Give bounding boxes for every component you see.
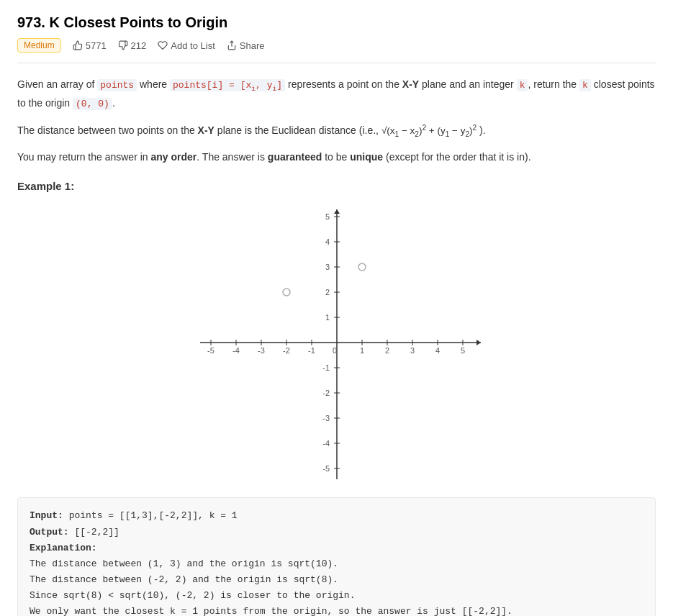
- meta-row: Medium 5771 212 Add to List Share: [17, 38, 656, 63]
- coordinate-chart: -5 -4 -3 -2 -1 0 1 2 3 4 5 5 4: [186, 202, 488, 483]
- formula: √(x1 − x2)2 + (y1 − y2)2: [381, 125, 479, 136]
- svg-text:-4: -4: [322, 439, 330, 448]
- difficulty-badge: Medium: [17, 38, 61, 53]
- svg-text:0: 0: [332, 346, 336, 355]
- output-label: Output:: [30, 527, 69, 538]
- input-value: points = [[1,3],[-2,2]], k = 1: [69, 510, 238, 521]
- share-label: Share: [240, 40, 265, 51]
- svg-text:4: 4: [435, 346, 439, 355]
- svg-text:1: 1: [359, 346, 363, 355]
- xy-bold-2: X-Y: [198, 124, 214, 136]
- svg-text:-5: -5: [207, 346, 214, 355]
- svg-text:3: 3: [325, 263, 329, 271]
- k-return-code: k: [579, 79, 591, 91]
- example-title: Example 1:: [17, 180, 656, 192]
- svg-text:-3: -3: [258, 346, 265, 355]
- origin-code: (0, 0): [73, 98, 112, 110]
- svg-text:4: 4: [325, 237, 329, 246]
- thumbs-up-icon: [73, 40, 83, 50]
- guaranteed-bold: guaranteed: [268, 151, 322, 163]
- svg-text:-5: -5: [322, 464, 330, 473]
- add-to-list-button[interactable]: Add to List: [158, 40, 214, 51]
- input-label: Input:: [30, 510, 63, 521]
- unique-bold: unique: [350, 151, 383, 163]
- intro-text-1: Given an array of: [17, 78, 94, 90]
- upvotes-count: 5771: [86, 40, 107, 51]
- points-i-code: points[i] = [xi, yi]: [170, 79, 285, 91]
- svg-text:5: 5: [460, 346, 464, 355]
- thumbs-down-icon: [118, 40, 128, 50]
- points-code: points: [97, 79, 137, 91]
- output-line: Output: [[-2,2]]: [30, 525, 643, 540]
- svg-text:2: 2: [384, 346, 389, 355]
- intro-paragraph: Given an array of points where points[i]…: [17, 76, 656, 112]
- svg-text:-4: -4: [232, 346, 240, 355]
- chart-svg: -5 -4 -3 -2 -1 0 1 2 3 4 5 5 4: [186, 202, 488, 483]
- distance-paragraph: The distance between two points on the X…: [17, 121, 656, 140]
- svg-text:-1: -1: [308, 346, 315, 355]
- explanation-text: The distance between (1, 3) and the orig…: [30, 556, 643, 616]
- add-to-list-label: Add to List: [171, 40, 214, 51]
- downvotes-count: 212: [131, 40, 147, 51]
- explanation-line-3: Since sqrt(8) < sqrt(10), (-2, 2) is clo…: [30, 588, 643, 604]
- explanation-line: Explanation:: [30, 540, 643, 556]
- svg-text:1: 1: [325, 313, 329, 322]
- problem-title: 973. K Closest Points to Origin: [17, 14, 656, 31]
- heart-icon: [158, 40, 168, 50]
- share-button[interactable]: Share: [227, 40, 265, 51]
- example-code-block: Input: points = [[1,3],[-2,2]], k = 1 Ou…: [17, 497, 656, 616]
- explanation-line-4: We only want the closest k = 1 points fr…: [30, 604, 643, 616]
- downvotes-item: 212: [118, 40, 147, 51]
- any-order-bold: any order: [150, 151, 197, 163]
- svg-text:-1: -1: [322, 363, 330, 372]
- explanation-line-2: The distance between (-2, 2) and the ori…: [30, 572, 643, 588]
- point-minus2-2: [283, 289, 290, 296]
- svg-text:-2: -2: [283, 346, 290, 355]
- svg-text:2: 2: [325, 288, 329, 296]
- input-line: Input: points = [[1,3],[-2,2]], k = 1: [30, 508, 643, 524]
- svg-marker-4: [334, 209, 340, 214]
- k-code: k: [517, 79, 528, 91]
- xy-bold: X-Y: [402, 78, 419, 90]
- problem-description: Given an array of points where points[i]…: [17, 76, 656, 166]
- upvotes-item: 5771: [73, 40, 107, 51]
- svg-text:5: 5: [325, 212, 329, 221]
- explanation-label: Explanation:: [30, 543, 97, 553]
- svg-text:-2: -2: [322, 389, 330, 397]
- svg-text:-3: -3: [322, 414, 330, 422]
- share-icon: [227, 40, 237, 50]
- explanation-line-1: The distance between (1, 3) and the orig…: [30, 556, 643, 572]
- point-1-3: [358, 263, 366, 271]
- svg-marker-3: [476, 340, 481, 345]
- svg-text:3: 3: [410, 346, 414, 355]
- output-value: [[-2,2]]: [74, 527, 119, 538]
- answer-paragraph: You may return the answer in any order. …: [17, 149, 656, 166]
